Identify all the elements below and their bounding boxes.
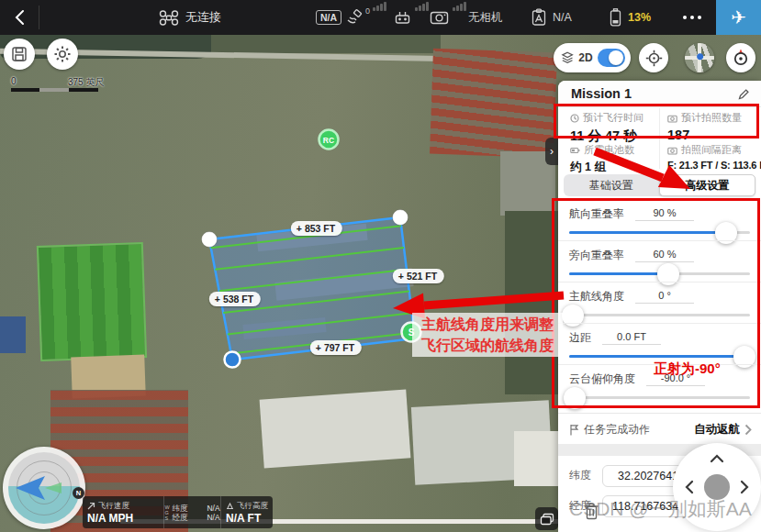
speed-arrow-icon: [87, 502, 95, 510]
slider-label: 边距: [569, 330, 591, 346]
slider-label: 主航线角度: [569, 289, 624, 305]
plus-icon: +: [297, 223, 302, 234]
map-terrain-trees-top: [211, 35, 441, 53]
slider-track[interactable]: [569, 231, 750, 234]
satellite-icon: [346, 9, 364, 26]
flight-mode-status: N/A: [531, 0, 572, 35]
toggle-knob: [609, 50, 623, 65]
map-2d-toggle[interactable]: [598, 49, 625, 67]
slider-value-field[interactable]: 60 %: [635, 249, 694, 262]
divider: [39, 6, 39, 29]
compass-icon: [732, 49, 750, 67]
wgs-label: WGS: [164, 504, 169, 521]
save-mission-button[interactable]: [4, 39, 35, 70]
stat-photo-count: 预计拍照数量 187: [667, 111, 742, 142]
mission-title: Mission 1: [571, 86, 738, 101]
battery-icon: [609, 8, 622, 27]
back-button[interactable]: [0, 0, 39, 35]
stat-flight-time: 预计飞行时间 11 分 47 秒: [570, 111, 643, 145]
slider-label: 航向重叠率: [569, 206, 624, 222]
satellite-count: 0: [365, 6, 370, 16]
telemetry-speed: 飞行速度 N/A MPH: [83, 496, 163, 528]
plus-icon: +: [215, 294, 220, 305]
slider-track[interactable]: [569, 396, 750, 399]
remote-controller-icon: [394, 10, 411, 25]
rc-signal-bars-icon: [415, 0, 429, 11]
save-icon: [11, 46, 28, 62]
takeoff-button[interactable]: ✈: [716, 0, 761, 35]
satellite-signal-bars-icon: [373, 0, 386, 11]
slider-value-field[interactable]: 90 %: [635, 207, 694, 221]
settings-button[interactable]: [47, 39, 78, 70]
distance-label-bottom: +797 FT: [310, 340, 362, 355]
map-terrain-football-pitch: [37, 242, 147, 361]
finish-action-label: 任务完成动作: [584, 422, 650, 438]
scale-distance-label: 375 英尺: [68, 76, 104, 89]
tab-basic-settings[interactable]: 基础设置: [564, 174, 659, 196]
telemetry-gps: WGS 纬度N/A 经度N/A: [163, 496, 220, 528]
slider-side-overlap: 旁向重叠率60 %: [558, 241, 761, 283]
latitude-label: 纬度: [569, 468, 602, 483]
map-screenshot-button[interactable]: [535, 507, 558, 530]
distance-label-right: +521 FT: [393, 269, 444, 283]
slider-value-field[interactable]: 0.0 FT: [602, 331, 661, 345]
remote-controller-status: [394, 0, 411, 35]
locate-icon: [645, 50, 663, 67]
scale-zero-label: 0: [11, 76, 17, 86]
panel-collapse-handle[interactable]: ›: [545, 138, 558, 165]
gear-icon: [53, 45, 72, 63]
locate-button[interactable]: [639, 43, 668, 72]
slider-track[interactable]: [569, 272, 750, 275]
tab-advanced-settings[interactable]: 高级设置: [659, 174, 756, 196]
layered-frames-icon: [540, 513, 554, 526]
map-2d-label: 2D: [578, 51, 592, 64]
nudge-up-button[interactable]: [710, 454, 724, 463]
compass-dial: [8, 452, 80, 524]
camera-signal-bars-icon: [453, 0, 466, 11]
distance-label-left: +538 FT: [209, 292, 261, 306]
camera-icon: [667, 114, 677, 123]
nudge-right-button[interactable]: [740, 480, 749, 494]
battery-status: 13%: [609, 0, 651, 35]
satellite-status: [346, 0, 364, 35]
map-terrain-pool: [0, 316, 26, 353]
telemetry-altitude: 飞行高度 N/A FT: [220, 496, 273, 528]
minimap-button[interactable]: [685, 43, 714, 72]
map-scale-bar: [11, 88, 98, 92]
slider-label: 云台俯仰角度: [569, 371, 635, 387]
camera-status-icon-wrap: [430, 0, 449, 35]
map-terrain-trees-right: [505, 211, 558, 394]
flight-mode-icon: [531, 8, 547, 27]
map-terrain-roofs-topright: [430, 49, 557, 159]
delete-icon[interactable]: [584, 503, 599, 520]
camera-status-text: 无相机: [468, 0, 503, 35]
finish-action-row[interactable]: 任务完成动作 自动返航: [558, 413, 761, 445]
slider-thumb[interactable]: [564, 387, 586, 409]
slider-value-field[interactable]: -90.0 °: [646, 372, 705, 386]
stat-photo-interval: 拍照间隔距离 F: 21.3 FT / S: 113.6 FT: [667, 143, 761, 171]
aircraft-status: 无连接: [159, 0, 221, 35]
aircraft-heading-arrow: [8, 452, 80, 524]
nudge-center-button[interactable]: [704, 474, 730, 500]
layers-icon: [561, 50, 574, 65]
plus-icon: +: [316, 342, 321, 353]
more-menu-button[interactable]: [683, 0, 701, 35]
slider-label: 旁向重叠率: [569, 248, 624, 263]
nudge-dpad: [673, 443, 761, 531]
map-mode-pill: 2D: [554, 43, 631, 72]
telemetry-bar: 飞行速度 N/A MPH WGS 纬度N/A 经度N/A 飞行高度 N/A FT: [83, 496, 273, 528]
slider-track[interactable]: [569, 314, 750, 316]
nudge-left-button[interactable]: [685, 480, 694, 494]
stat-batteries: 所需电池数 约 1 组: [570, 143, 634, 175]
distance-label-top: +853 FT: [291, 221, 342, 236]
slider-track[interactable]: [569, 355, 750, 358]
camera-icon: [430, 10, 449, 26]
mission-header: Mission 1: [558, 81, 761, 107]
drone-icon: [159, 10, 179, 26]
camera-icon: [667, 146, 677, 155]
flag-icon: [569, 424, 579, 436]
slider-value-field[interactable]: 0 °: [635, 290, 694, 304]
edit-mission-icon[interactable]: [738, 88, 750, 100]
mission-panel: Mission 1 预计飞行时间 11 分 47 秒 预计拍照数量 187 所需…: [558, 81, 761, 532]
compass-reset-button[interactable]: [726, 43, 755, 72]
